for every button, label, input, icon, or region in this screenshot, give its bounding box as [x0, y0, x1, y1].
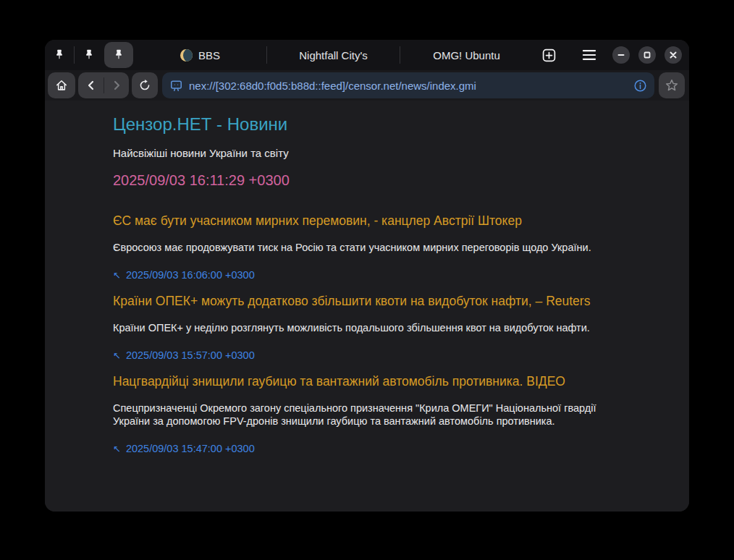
tab-omg-ubuntu[interactable]: OMG! Ubuntu [400, 40, 533, 70]
forward-button[interactable] [104, 72, 129, 98]
tab-bar: BBS Nightfall City's OMG! Ubuntu [45, 40, 689, 70]
article-link[interactable]: ↖ 2025/09/03 15:57:00 +0300 [113, 349, 255, 361]
link-arrow-icon: ↖ [113, 351, 121, 360]
article-link-label: 2025/09/03 15:57:00 +0300 [126, 349, 255, 361]
bookmark-button[interactable] [659, 72, 685, 98]
navigation-bar: nex://[302:68d0:f0d5:b88d::feed]/censor.… [45, 70, 689, 101]
url-bar[interactable]: nex://[302:68d0:f0d5:b88d::feed]/censor.… [162, 72, 654, 98]
maximize-icon [643, 51, 651, 59]
history-button-group [78, 72, 129, 98]
link-arrow-icon: ↖ [113, 444, 121, 454]
pushpin-icon [83, 48, 95, 61]
page-content: Цензор.НЕТ - Новини Найсвіжіші новини Ук… [45, 101, 689, 512]
page-subtitle: Найсвіжіші новини України та світу [113, 147, 631, 159]
news-article: Нацгвардійці знищили гаубицю та вантажни… [113, 374, 631, 454]
tab-label: Nightfall City's [299, 49, 368, 61]
pushpin-icon [113, 48, 125, 61]
back-button[interactable] [79, 72, 104, 98]
close-button[interactable] [665, 46, 682, 64]
article-link[interactable]: ↖ 2025/09/03 15:47:00 +0300 [113, 443, 255, 454]
tab-label: BBS [198, 49, 220, 61]
news-article: ЄС має бути учасником мирних перемовин, … [113, 213, 631, 281]
star-icon [665, 78, 679, 93]
article-headline: ЄС має бути учасником мирних перемовин, … [113, 213, 631, 229]
article-headline: Нацгвардійці знищили гаубицю та вантажни… [113, 374, 631, 389]
chevron-left-icon [85, 80, 97, 91]
minimize-icon [617, 51, 625, 59]
close-icon [669, 51, 678, 59]
reload-button[interactable] [132, 72, 158, 98]
terminal-monitor-icon [169, 79, 183, 93]
hamburger-icon [581, 48, 597, 61]
feed-timestamp-heading: 2025/09/03 16:11:29 +0300 [113, 172, 631, 189]
plus-square-icon [541, 48, 557, 63]
article-headline: Країни ОПЕК+ можуть додатково збільшити … [113, 294, 631, 309]
article-link[interactable]: ↖ 2025/09/03 16:06:00 +0300 [113, 269, 255, 281]
pushpin-icon [54, 48, 65, 61]
article-link-label: 2025/09/03 16:06:00 +0300 [126, 269, 255, 281]
home-button[interactable] [48, 72, 75, 98]
pinned-tab-3-active[interactable] [104, 42, 133, 68]
link-arrow-icon: ↖ [113, 271, 121, 280]
url-text[interactable]: nex://[302:68d0:f0d5:b88d::feed]/censor.… [189, 80, 476, 92]
home-icon [54, 78, 69, 93]
article-link-label: 2025/09/03 15:47:00 +0300 [126, 443, 255, 454]
pinned-tab-2[interactable] [75, 40, 104, 70]
tab-bbs[interactable]: BBS [134, 40, 266, 70]
tab-label: OMG! Ubuntu [433, 49, 500, 61]
chevron-right-icon [111, 80, 122, 91]
news-article: Країни ОПЕК+ можуть додатково збільшити … [113, 294, 631, 361]
article-summary: Спецпризначенці Окремого загону спеціаль… [113, 402, 596, 428]
pinned-tab-1[interactable] [45, 40, 74, 70]
reload-icon [138, 79, 151, 92]
browser-window: BBS Nightfall City's OMG! Ubuntu [45, 40, 689, 512]
minimize-button[interactable] [612, 46, 630, 64]
page-title: Цензор.НЕТ - Новини [113, 114, 631, 135]
menu-button[interactable] [575, 40, 604, 70]
article-summary: Євросоюз має продовжувати тиск на Росію … [113, 241, 596, 254]
article-summary: Країни ОПЕК+ у неділю розглянуть можливі… [113, 321, 596, 334]
tab-nightfall-citys[interactable]: Nightfall City's [267, 40, 400, 70]
info-icon[interactable] [633, 79, 647, 93]
new-tab-button[interactable] [533, 40, 565, 70]
crescent-moon-icon [180, 49, 193, 61]
maximize-button[interactable] [638, 46, 656, 64]
